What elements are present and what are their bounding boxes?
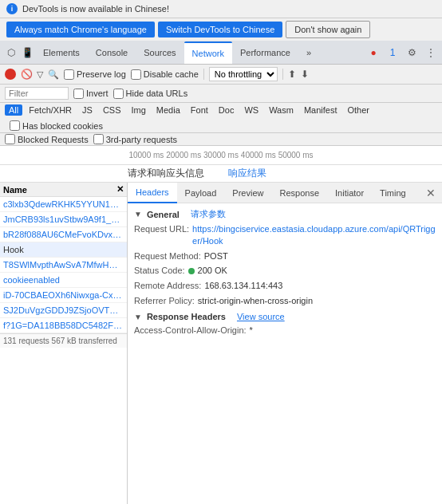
preserve-log-checkbox[interactable] [64,69,74,80]
filter-chips: All Fetch/XHR JS CSS Img Media Font Doc … [5,104,373,116]
filter-bar: Invert Hide data URLs [0,85,442,103]
remote-address-value: 168.63.134.114:443 [204,280,282,292]
chip-all[interactable]: All [5,104,22,116]
chip-ws[interactable]: WS [240,104,262,116]
status-code-value: 200 OK [188,265,227,278]
tab-console[interactable]: Console [88,41,136,64]
details-content: ▼ General 请求参数 Request URL: https://bing… [128,203,442,504]
hide-data-urls-label[interactable]: Hide data URLs [113,89,188,99]
hide-data-urls-checkbox[interactable] [113,89,124,99]
request-item[interactable]: cookieenabled [0,273,127,288]
chip-font[interactable]: Font [187,104,212,116]
settings-icon[interactable]: ⚙ [404,45,420,61]
disable-cache-label[interactable]: Disable cache [131,69,199,80]
annotation-bar: 请求和响应头信息 响应结果 [0,165,442,183]
request-method-label: Request Method: [134,250,201,262]
export-icon[interactable]: ⬇ [301,69,309,80]
access-control-row: Access-Control-Allow-Origin: * [134,325,436,337]
request-item[interactable]: f?1G=DA118BB58DC5482FBFAF55 [0,318,127,333]
request-params-label: 请求参数 [191,208,226,220]
tab-response[interactable]: Response [271,183,327,203]
chip-js[interactable]: JS [78,104,97,116]
main-content: Name ✕ c3lxb3QdewRKHK5YYUN1DAUrel JmCRB9… [0,183,442,504]
chip-fetch[interactable]: Fetch/XHR [25,104,76,116]
chip-wasm[interactable]: Wasm [265,104,298,116]
invert-checkbox[interactable] [73,89,84,99]
request-url-row: Request URL: https://bingciservice.easta… [134,223,436,248]
request-item[interactable]: JmCRB93ls1uvStbw9A9f1_sLaQYJ [0,212,127,227]
tab-elements[interactable]: Elements [35,41,88,64]
tab-initiator[interactable]: Initiator [327,183,372,203]
search-icon[interactable]: 🔍 [48,69,59,80]
status-code-label: Status Code: [134,265,185,278]
filter-icon[interactable]: ▽ [37,69,43,80]
tick-5: 50000 ms [277,151,314,159]
dot-red: ● [365,45,381,61]
blocked-requests-label[interactable]: Blocked Requests [5,134,89,144]
chip-other[interactable]: Other [343,104,373,116]
chip-manifest[interactable]: Manifest [300,104,341,116]
annotation-right: 响应结果 [228,167,266,180]
third-party-label[interactable]: 3rd-party requests [93,134,177,144]
has-blocked-checkbox[interactable] [10,120,20,131]
device-icon[interactable]: 📱 [19,45,35,61]
dont-show-button[interactable]: Don't show again [286,21,370,38]
timeline-ruler: 10000 ms 20000 ms 30000 ms 40000 ms 5000… [0,146,442,165]
tab-headers[interactable]: Headers [128,183,177,203]
request-item[interactable]: c3lxb3QdewRKHK5YYUN1DAUrel [0,197,127,212]
network-toolbar: 🚫 ▽ 🔍 Preserve log Disable cache No thro… [0,65,442,85]
switch-language-button[interactable]: Switch DevTools to Chinese [158,22,282,37]
close-details-icon[interactable]: ✕ [420,187,442,199]
view-source-link[interactable]: View source [237,312,285,321]
invert-label[interactable]: Invert [73,89,109,99]
tab-sources[interactable]: Sources [136,41,184,64]
request-item[interactable]: bR28f088AU6CMeFvoKDvx_76-S [0,227,127,242]
tab-network[interactable]: Network [184,41,232,64]
chip-media[interactable]: Media [152,104,184,116]
inspect-icon[interactable]: ⬡ [3,45,19,61]
section-triangle[interactable]: ▼ [134,210,142,219]
import-icon[interactable]: ⬆ [288,69,296,80]
tab-more[interactable]: » [298,41,319,64]
match-language-button[interactable]: Always match Chrome's language [6,22,155,37]
request-item[interactable]: iD-70CBAEOXh6Niwxga-CxgpUo4 [0,288,127,303]
tick-4: 40000 ms [239,151,277,159]
tab-timing[interactable]: Timing [372,183,414,203]
filter-row3: Blocked Requests 3rd-party requests [0,133,442,146]
throttle-select[interactable]: No throttling [209,67,278,81]
clear-button[interactable]: 🚫 [21,69,32,80]
close-panel-icon[interactable]: ✕ [116,184,124,195]
more-vert-icon[interactable]: ⋮ [423,45,439,61]
request-item[interactable]: SJ2DuVgzGDDJ9ZSjoOVTYnxBcKC [0,303,127,318]
tick-1: 10000 ms [128,151,165,159]
remote-address-label: Remote Address: [134,280,201,292]
request-item[interactable]: T8SWlMvpthAwSvA7MfwHNTQxV [0,258,127,273]
response-triangle[interactable]: ▼ [134,313,142,321]
tick-2: 20000 ms [165,151,203,159]
preserve-log-label[interactable]: Preserve log [64,69,126,80]
filter-chips-bar: All Fetch/XHR JS CSS Img Media Font Doc … [0,103,442,133]
disable-cache-checkbox[interactable] [131,69,141,80]
chip-doc[interactable]: Doc [215,104,239,116]
referrer-policy-value: strict-origin-when-cross-origin [198,295,313,307]
chip-img[interactable]: Img [128,104,150,116]
record-button[interactable] [5,69,16,80]
general-section-header: ▼ General 请求参数 [134,208,436,220]
referrer-policy-row: Referrer Policy: strict-origin-when-cros… [134,295,436,307]
chip-css[interactable]: CSS [99,104,125,116]
action-bar: Always match Chrome's language Switch De… [0,18,442,41]
tab-payload[interactable]: Payload [177,183,225,203]
third-party-checkbox[interactable] [93,134,104,144]
toolbar-separator2 [282,69,283,80]
response-headers-section-header: ▼ Response Headers View source [134,312,436,321]
access-control-label: Access-Control-Allow-Origin: [134,325,247,337]
filter-input[interactable] [5,87,69,100]
notification-bar: i DevTools is now available in Chinese! [0,0,442,18]
blocked-requests-checkbox[interactable] [5,134,15,144]
tab-performance[interactable]: Performance [232,41,298,64]
remote-address-row: Remote Address: 168.63.134.114:443 [134,280,436,292]
referrer-policy-label: Referrer Policy: [134,295,195,307]
has-blocked-label[interactable]: Has blocked cookies [10,120,103,131]
tab-preview[interactable]: Preview [224,183,271,203]
request-item-hook[interactable]: Hook [0,242,127,258]
